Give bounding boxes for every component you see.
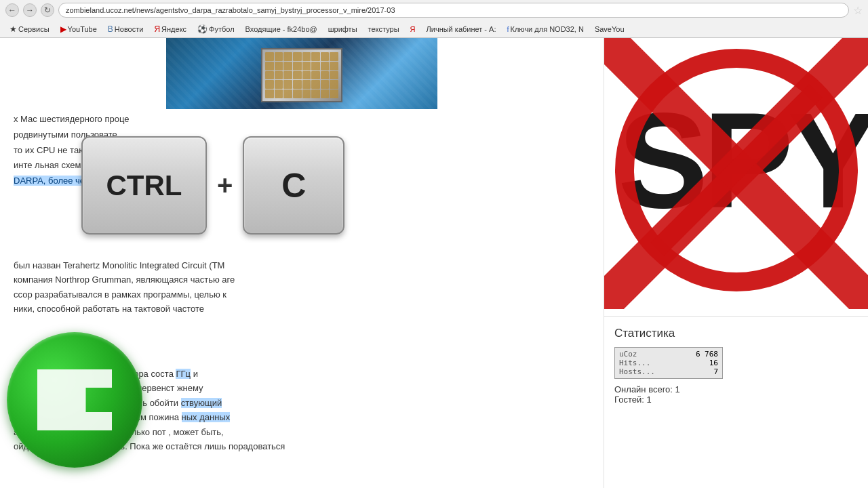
bookmark-saveyou[interactable]: SaveYou	[591, 24, 629, 34]
chip-pin	[302, 71, 311, 80]
stats-table: uCoz 6 768 Hits... 16 Hosts... 7	[614, 347, 723, 379]
bookmark-football[interactable]: ⚽ Футбол	[193, 24, 239, 35]
chip-pin	[311, 62, 320, 70]
browser-toolbar: ← → ↻ zombieland.ucoz.net/news/agentstvo…	[0, 0, 868, 20]
bookmarks-bar: ★ Сервисы ▶ YouTube В Новости Я Яндекс ⚽…	[0, 20, 868, 37]
article-image	[166, 38, 437, 109]
bookmark-icon: ★	[9, 24, 17, 34]
chip-pin	[293, 71, 302, 80]
ctrl-c-overlay: CTRL + C	[81, 136, 344, 235]
chip-pin	[321, 62, 330, 70]
article-area: х Mac шестиядерного проце родвинутыми по…	[0, 38, 604, 488]
bookmark-nod32[interactable]: f Ключи для NOD32, N	[502, 24, 587, 34]
football-icon: ⚽	[197, 24, 208, 34]
text-line-5: был назван Terahertz Monolitic Integrate…	[14, 258, 590, 272]
bookmark-servisy[interactable]: ★ Сервисы	[5, 24, 54, 35]
chip-pin	[330, 89, 338, 98]
text-line-1: х Mac шестиядерного проце	[14, 113, 590, 127]
chip-pin	[321, 80, 330, 89]
chip-pin	[275, 71, 283, 80]
chip-pin	[265, 62, 274, 70]
chip-pin	[302, 89, 311, 98]
chip-pin	[283, 71, 292, 80]
stats-panel: Статистика uCoz 6 768 Hits... 16 Hosts..…	[604, 316, 868, 415]
c-key-button[interactable]: C	[243, 136, 344, 235]
chip-pin	[275, 52, 283, 61]
bookmark-cabinet[interactable]: Личный кабинет - А:	[422, 24, 500, 34]
chip-pin	[330, 52, 338, 61]
vk-icon: В	[108, 24, 113, 34]
text-line-8: ники, способной работать на тактовой час…	[14, 302, 590, 316]
plus-sign: +	[217, 170, 233, 201]
chip-pin	[265, 89, 274, 98]
text-line-7: ссор разрабатывался в рамках программы, …	[14, 287, 590, 302]
chip-pin	[293, 62, 302, 70]
chip-pin	[321, 71, 330, 80]
chip-pin	[275, 89, 283, 98]
refresh-button[interactable]: ↻	[41, 3, 54, 17]
no-copy-svg: SPY	[604, 38, 868, 309]
chip-pin	[275, 80, 283, 89]
chip-pin	[283, 89, 292, 98]
forward-button[interactable]: →	[23, 3, 37, 17]
youtube-icon: ▶	[60, 24, 66, 34]
chip-pin	[283, 62, 292, 70]
right-side: SPY Статистика uCoz 6 768 Hits... 16	[604, 38, 868, 488]
chip-pin	[265, 52, 274, 61]
chip-pin	[321, 52, 330, 61]
chip-pin	[283, 52, 292, 61]
stats-guests: Гостей: 1	[614, 394, 858, 405]
browser-chrome: ← → ↻ zombieland.ucoz.net/news/agentstvo…	[0, 0, 868, 38]
bookmark-incoming[interactable]: Входящие - fk24bo@	[241, 24, 321, 34]
chip-pin	[311, 71, 320, 80]
bookmark-textures[interactable]: текстуры	[364, 24, 403, 34]
ctrl-key-button[interactable]: CTRL	[81, 136, 207, 235]
chip-pin	[265, 80, 274, 89]
chip-pin	[283, 80, 292, 89]
chip-pin	[321, 89, 330, 98]
stats-row-hits: Hits... 16	[619, 359, 718, 367]
bookmark-yandex[interactable]: Я Яндекс	[150, 24, 191, 35]
back-button[interactable]: ←	[5, 3, 19, 17]
chip-pin	[330, 62, 338, 70]
bookmark-yandex2[interactable]: Я	[406, 24, 420, 34]
bookmark-star[interactable]: ☆	[853, 4, 863, 17]
bookmark-novosti[interactable]: В Новости	[104, 24, 148, 35]
text-line-6: компания Northrop Grumman, являющаяся ча…	[14, 272, 590, 287]
chip-pin	[293, 89, 302, 98]
chip-pin	[302, 52, 311, 61]
chip-pin	[311, 52, 320, 61]
chip-pin	[330, 71, 338, 80]
chip-pin	[302, 80, 311, 89]
cpu-chip	[261, 48, 342, 102]
address-bar[interactable]: zombieland.ucoz.net/news/agentstvo_darpa…	[58, 3, 849, 18]
chip-pin	[265, 71, 274, 80]
bookmark-youtube[interactable]: ▶ YouTube	[56, 24, 101, 35]
stats-title: Статистика	[614, 327, 858, 340]
article-second-block: был назван Terahertz Monolitic Integrate…	[0, 255, 604, 320]
chip-pin	[330, 80, 338, 89]
play-icon	[37, 369, 112, 430]
chip-pin	[293, 52, 302, 61]
stats-online-total: Онлайн всего: 1	[614, 384, 858, 394]
chip-pin	[311, 89, 320, 98]
yandex-icon: Я	[154, 24, 160, 34]
chip-pin	[275, 62, 283, 70]
stats-row-ucoz: uCoz 6 768	[619, 350, 718, 359]
chip-pin	[311, 80, 320, 89]
chip-pin	[293, 80, 302, 89]
chip-pin	[302, 62, 311, 70]
stats-row-hosts: Hosts... 7	[619, 367, 718, 376]
bookmark-fonts[interactable]: шрифты	[324, 24, 361, 34]
green-record-button[interactable]	[7, 332, 142, 468]
main-area: х Mac шестиядерного проце родвинутыми по…	[0, 38, 868, 488]
